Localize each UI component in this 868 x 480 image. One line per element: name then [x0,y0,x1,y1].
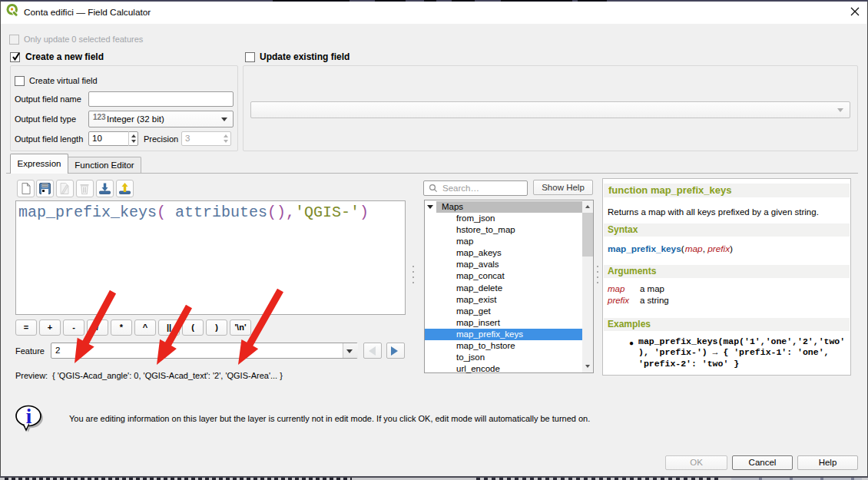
svg-text:i: i [26,405,32,428]
